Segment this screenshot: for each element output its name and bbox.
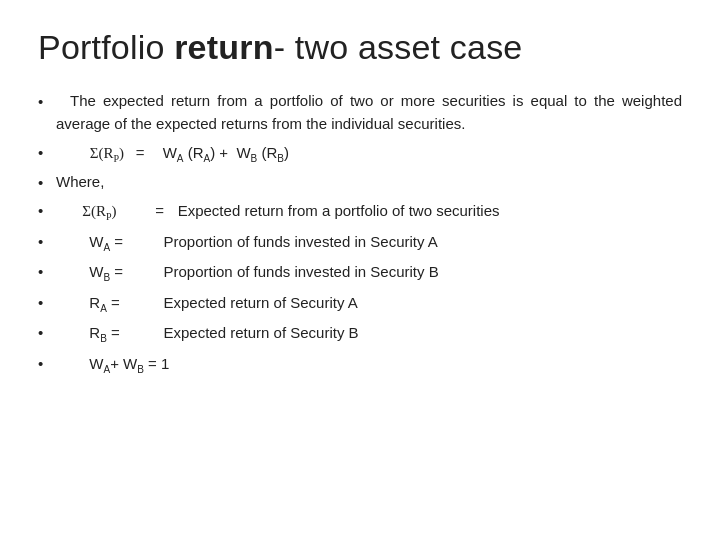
def-text-4: Expected return from a portfolio of two … [169, 202, 499, 219]
content-list: • The expected return from a portfolio o… [38, 89, 682, 377]
list-item-5: • WA = Proportion of funds invested in S… [38, 229, 682, 256]
ra-sub: A [204, 153, 211, 164]
bullet-3: • [38, 171, 56, 194]
list-item-7: • RA = Expected return of Security A [38, 290, 682, 317]
bullet-6: • [38, 260, 56, 283]
def-6: WB = Proportion of funds invested in Sec… [56, 260, 682, 286]
list-item-1: • The expected return from a portfolio o… [38, 89, 682, 136]
def8-sub: B [100, 333, 107, 344]
list-item-3: • Where, [38, 170, 682, 194]
def-label-6: WB = [56, 260, 151, 286]
list-item-2: • Σ(RP) = WA (RA) + WB (RB) [38, 140, 682, 167]
def9-wa-sub: A [104, 364, 111, 375]
rb-sub: B [277, 153, 284, 164]
def4-sub: P [106, 211, 112, 222]
text-where: Where, [56, 170, 682, 193]
def-text-5: Proportion of funds invested in Security… [155, 233, 438, 250]
wa-sub: A [177, 153, 184, 164]
list-item-4: • Σ(RP) = Expected return from a portfol… [38, 198, 682, 225]
def-4: Σ(RP) = Expected return from a portfolio… [56, 199, 682, 225]
text-1: The expected return from a portfolio of … [56, 89, 682, 136]
page-title: Portfolio return- two asset case [38, 28, 682, 67]
title-bold: return [174, 28, 273, 66]
def-label-8: RB = [56, 321, 151, 347]
def-text-6: Proportion of funds invested in Security… [155, 263, 438, 280]
list-item-6: • WB = Proportion of funds invested in S… [38, 259, 682, 286]
def6-sub: B [104, 272, 111, 283]
bullet-1: • [38, 90, 56, 113]
eq-symbol: = [130, 141, 150, 164]
page-container: Portfolio return- two asset case • The e… [0, 0, 720, 401]
def-9: WA+ WB = 1 [56, 352, 682, 378]
def-label-9: WA+ WB = 1 [56, 352, 169, 378]
def-label-7: RA = [56, 291, 151, 317]
bullet-5: • [38, 230, 56, 253]
wb-sub: B [251, 153, 258, 164]
def9-wb-sub: B [137, 364, 144, 375]
def-8: RB = Expected return of Security B [56, 321, 682, 347]
bullet-8: • [38, 321, 56, 344]
sigma-rp-label: Σ(RP) [56, 142, 126, 167]
def-5: WA = Proportion of funds invested in Sec… [56, 230, 682, 256]
def-text-8: Expected return of Security B [155, 324, 358, 341]
def-text-7: Expected return of Security A [155, 294, 358, 311]
bullet-7: • [38, 291, 56, 314]
bullet-2: • [38, 141, 56, 164]
list-item-8: • RB = Expected return of Security B [38, 320, 682, 347]
def-label-5: WA = [56, 230, 151, 256]
def-eq-4: = [155, 199, 165, 222]
formula-expression: WA (RA) + WB (RB) [154, 144, 289, 161]
list-item-9: • WA+ WB = 1 [38, 351, 682, 378]
title-suffix: - two asset case [274, 28, 523, 66]
bullet-4: • [38, 199, 56, 222]
def7-sub: A [100, 303, 107, 314]
def-label-4: Σ(RP) [56, 200, 151, 225]
def5-sub: A [104, 242, 111, 253]
bullet-9: • [38, 352, 56, 375]
title-prefix: Portfolio [38, 28, 174, 66]
rp-sub: P [113, 153, 119, 164]
formula-2: Σ(RP) = WA (RA) + WB (RB) [56, 141, 682, 167]
def-7: RA = Expected return of Security A [56, 291, 682, 317]
